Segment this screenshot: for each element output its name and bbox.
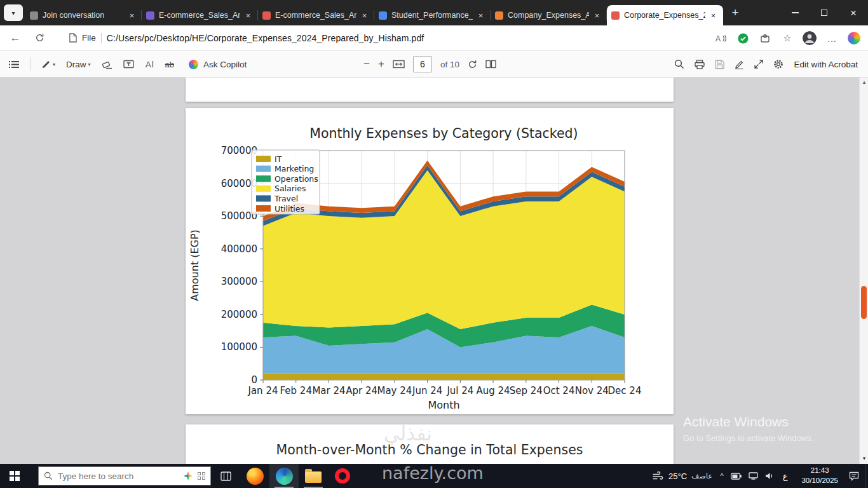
pdf-settings-button[interactable] xyxy=(773,59,783,69)
speaker-icon[interactable] xyxy=(765,472,773,480)
rotate-button[interactable] xyxy=(468,60,477,69)
svg-text:Feb 24: Feb 24 xyxy=(280,385,312,396)
window-close-button[interactable]: × xyxy=(839,0,868,25)
favorites-button[interactable]: ☆ xyxy=(778,29,796,47)
svg-text:200000: 200000 xyxy=(221,309,257,320)
action-center-button[interactable] xyxy=(843,464,865,488)
svg-text:Marketing: Marketing xyxy=(275,164,314,173)
tab-favicon-icon xyxy=(30,11,38,20)
refresh-icon xyxy=(35,33,44,43)
window-maximize-button[interactable] xyxy=(810,0,839,25)
extensions-button[interactable] xyxy=(756,29,774,47)
pdf-toolbar: ▾ Draw ▾ A ab Ask Copilot xyxy=(0,51,868,78)
network-icon[interactable] xyxy=(749,472,758,480)
wind-icon xyxy=(653,471,664,480)
table-of-contents-button[interactable] xyxy=(9,60,19,69)
tab-favicon-icon xyxy=(262,11,271,20)
page-view-button[interactable] xyxy=(485,60,496,69)
browser-tab[interactable]: E-commerce_Sales_Anal... × xyxy=(258,5,374,25)
taskbar-edge-button[interactable] xyxy=(269,464,299,488)
browser-tab[interactable]: Join conversation × xyxy=(25,5,142,25)
tray-expand-icon[interactable]: ^ xyxy=(721,472,724,480)
zoom-out-button[interactable]: − xyxy=(363,58,370,71)
maximize-icon xyxy=(821,10,827,16)
scroll-down-icon[interactable]: ▾ xyxy=(860,455,868,461)
taskbar-search[interactable] xyxy=(38,466,211,485)
scroll-up-icon[interactable]: ▴ xyxy=(860,79,868,85)
read-aloud-icon: A xyxy=(715,34,726,43)
profile-button[interactable] xyxy=(801,29,818,47)
add-text-button[interactable]: A xyxy=(145,60,154,69)
battery-icon[interactable] xyxy=(731,473,742,480)
svg-text:Apr 24: Apr 24 xyxy=(346,385,377,396)
browser-tab[interactable]: E-commerce_Sales_Anal... × xyxy=(142,5,258,25)
next-chart-title: Month-over-Month % Change in Total Expen… xyxy=(186,442,674,458)
fit-to-width-button[interactable] xyxy=(393,60,405,69)
eraser-icon xyxy=(102,60,112,69)
search-highlights-icon[interactable] xyxy=(184,471,193,480)
ask-copilot-button[interactable]: Ask Copilot xyxy=(189,60,247,69)
pdf-content-area[interactable]: 0100000200000300000400000500000600000700… xyxy=(0,78,859,464)
url-text: C:/Users/pc/Desktop/HE/Corporate_Expense… xyxy=(107,33,424,43)
fullscreen-button[interactable] xyxy=(754,60,763,69)
tab-close-icon[interactable]: × xyxy=(475,10,486,21)
show-desktop-button[interactable] xyxy=(865,464,868,488)
text-box-icon xyxy=(123,60,134,69)
back-button[interactable]: ← xyxy=(6,29,24,47)
browser-tab[interactable]: Corporate_Expenses_20... × xyxy=(607,5,723,25)
edit-with-acrobat-button[interactable]: Edit with Acrobat xyxy=(794,60,858,69)
toolbar-divider xyxy=(30,57,31,71)
url-field[interactable]: File C:/Users/pc/Desktop/HE/Corporate_Ex… xyxy=(69,33,424,43)
print-button[interactable] xyxy=(695,60,705,69)
zoom-in-button[interactable]: + xyxy=(378,58,384,71)
search-apps-icon[interactable] xyxy=(198,472,205,480)
tab-close-icon[interactable]: × xyxy=(243,10,254,21)
taskbar-weather[interactable]: 25°C عاصف xyxy=(653,471,712,481)
browser-tab[interactable]: Student_Performance_A... × xyxy=(374,5,491,25)
taskbar-firefox-button[interactable] xyxy=(240,464,269,488)
scrollbar-thumb[interactable] xyxy=(861,286,867,319)
draw-tool-button[interactable]: Draw ▾ xyxy=(66,60,91,69)
security-extension-button[interactable] xyxy=(734,29,752,47)
taskbar-search-input[interactable] xyxy=(58,471,179,481)
search-icon xyxy=(44,471,53,480)
svg-text:Nov 24: Nov 24 xyxy=(575,385,609,396)
svg-text:0: 0 xyxy=(251,374,257,386)
vertical-scrollbar[interactable]: ▴ ▾ xyxy=(859,78,868,464)
page-number-input[interactable] xyxy=(413,56,432,72)
language-indicator[interactable]: ع xyxy=(783,471,788,481)
weather-description: عاصف xyxy=(691,471,712,480)
strikethrough-button[interactable]: ab xyxy=(165,60,174,69)
start-button[interactable] xyxy=(0,464,29,488)
tab-title: Student_Performance_A... xyxy=(391,11,473,20)
save-button[interactable] xyxy=(715,60,724,69)
refresh-button[interactable] xyxy=(31,29,48,47)
tab-close-icon[interactable]: × xyxy=(708,10,719,21)
settings-more-button[interactable]: … xyxy=(823,29,841,47)
pen-tool-button[interactable]: ▾ xyxy=(41,60,55,69)
svg-text:Mar 24: Mar 24 xyxy=(312,385,345,396)
svg-text:Monthly Expenses by Category (: Monthly Expenses by Category (Stacked) xyxy=(309,126,578,141)
text-box-button[interactable] xyxy=(123,60,134,69)
clock-time: 21:43 xyxy=(811,466,829,476)
tab-close-icon[interactable]: × xyxy=(592,10,602,21)
tab-close-icon[interactable]: × xyxy=(126,10,137,21)
tab-close-icon[interactable]: × xyxy=(359,10,370,21)
taskbar-opera-button[interactable] xyxy=(328,464,357,488)
taskbar-clock[interactable]: 21:43 30/10/2025 xyxy=(801,466,838,485)
annotate-button[interactable] xyxy=(735,60,744,69)
read-aloud-button[interactable]: A xyxy=(712,29,729,47)
search-document-button[interactable] xyxy=(674,59,684,69)
svg-text:Operations: Operations xyxy=(275,174,318,184)
new-tab-button[interactable]: + xyxy=(727,4,743,21)
eraser-button[interactable] xyxy=(102,60,112,69)
svg-text:100000: 100000 xyxy=(221,341,257,353)
browser-tab[interactable]: Company_Expenses_An... × xyxy=(491,5,607,25)
copilot-button[interactable] xyxy=(845,29,863,47)
tab-search-button[interactable]: ▾ xyxy=(4,4,23,21)
task-view-button[interactable] xyxy=(211,464,240,488)
window-minimize-button[interactable] xyxy=(780,0,810,25)
desktop-screen: ▾ Join conversation × E-commerce_Sales_A… xyxy=(0,0,868,488)
svg-text:Utilities: Utilities xyxy=(275,204,304,214)
taskbar-file-explorer-button[interactable] xyxy=(299,464,328,488)
